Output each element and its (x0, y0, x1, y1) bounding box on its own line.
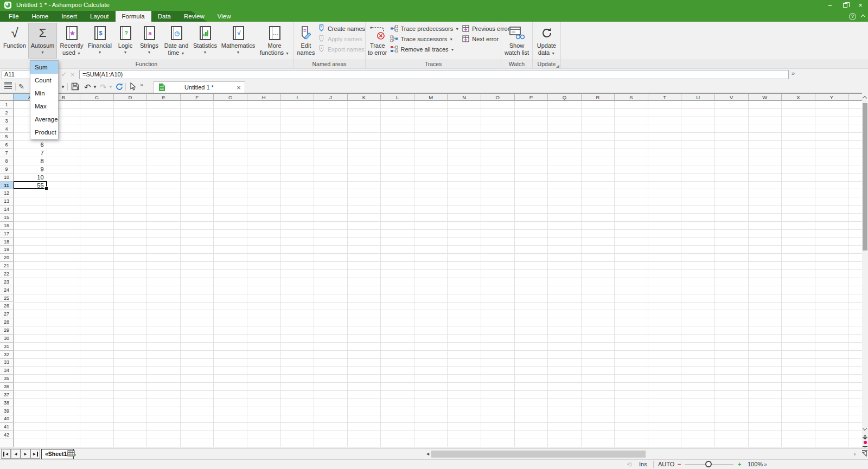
row-header-35[interactable]: 35 (0, 375, 14, 383)
row-header-8[interactable]: 8 (0, 157, 14, 165)
row-header-42[interactable]: 42 (0, 431, 14, 439)
cell-A7[interactable]: 7 (14, 149, 46, 157)
row-header-6[interactable]: 6 (0, 141, 14, 149)
column-header-q[interactable]: Q (548, 94, 582, 101)
formula-input[interactable]: =SUM(A1:A10) (79, 70, 789, 79)
row-header-27[interactable]: 27 (0, 310, 14, 318)
cell-A9[interactable]: 9 (14, 165, 46, 174)
column-header-partial[interactable] (848, 94, 863, 101)
column-header-n[interactable]: N (448, 94, 481, 101)
menu-data[interactable]: Data (151, 11, 177, 22)
undo-icon[interactable]: ↶ (84, 82, 91, 92)
previous-sheet-icon[interactable]: ◄ (11, 449, 21, 459)
redo-caret-icon[interactable]: ▼ (108, 85, 113, 89)
document-tab[interactable]: Untitled 1 * × (154, 81, 245, 93)
row-header-30[interactable]: 30 (0, 335, 14, 343)
row-header-1[interactable]: 1 (0, 101, 14, 109)
column-header-v[interactable]: V (715, 94, 749, 101)
column-header-w[interactable]: W (749, 94, 782, 101)
column-header-e[interactable]: E (147, 94, 181, 101)
row-header-21[interactable]: 21 (0, 262, 14, 270)
hamburger-menu-icon[interactable] (4, 82, 12, 89)
row-header-23[interactable]: 23 (0, 278, 14, 286)
help-icon[interactable]: ? (849, 13, 856, 20)
zoom-in-icon[interactable]: + (738, 461, 741, 467)
vertical-scrollbar-thumb[interactable] (863, 103, 867, 250)
row-header-22[interactable]: 22 (0, 270, 14, 278)
strings-button[interactable]: aStrings▼ (137, 23, 161, 59)
toolbar-caret-icon[interactable]: ▼ (61, 85, 65, 89)
row-header-26[interactable]: 26 (0, 303, 14, 311)
status-more-icon[interactable]: » (764, 461, 767, 467)
restore-button[interactable] (838, 0, 853, 11)
row-header-13[interactable]: 13 (0, 197, 14, 205)
row-header-18[interactable]: 18 (0, 238, 14, 246)
row-header-7[interactable]: 7 (0, 149, 14, 157)
row-header-2[interactable]: 2 (0, 109, 14, 117)
row-header-12[interactable]: 12 (0, 189, 14, 197)
row-header-5[interactable]: 5 (0, 133, 14, 141)
zoom-out-icon[interactable]: − (678, 461, 681, 467)
autosum-button[interactable]: ΣAutosum▼ (28, 23, 57, 59)
vertical-scrollbar[interactable] (862, 94, 868, 447)
cell-A6[interactable]: 6 (14, 141, 46, 149)
row-header-19[interactable]: 19 (0, 246, 14, 254)
formula-bar-more-icon[interactable]: » (792, 70, 795, 76)
column-header-p[interactable]: P (515, 94, 548, 101)
grid[interactable]: 1234567891055 (14, 101, 862, 447)
row-header-41[interactable]: 41 (0, 423, 14, 431)
menu-layout[interactable]: Layout (84, 11, 116, 22)
minimize-button[interactable]: – (822, 0, 838, 11)
trace-to-error-button[interactable]: Trace to error (368, 23, 387, 59)
column-header-y[interactable]: Y (815, 94, 849, 101)
column-header-m[interactable]: M (414, 94, 448, 101)
column-header-f[interactable]: F (181, 94, 214, 101)
hscroll-right-icon[interactable]: › (854, 451, 856, 457)
pointer-icon[interactable] (130, 82, 136, 91)
menu-formula[interactable]: Formula (116, 11, 151, 22)
row-header-33[interactable]: 33 (0, 359, 14, 367)
row-header-11[interactable]: 11 (0, 182, 14, 190)
redo-icon[interactable]: ↷ (100, 82, 107, 92)
function-button[interactable]: √Function (2, 23, 27, 59)
column-header-o[interactable]: O (481, 94, 515, 101)
zoom-slider-knob[interactable] (705, 461, 712, 467)
date-and-time-button[interactable]: ◷Date andtime ▼ (162, 23, 190, 59)
column-header-x[interactable]: X (782, 94, 815, 101)
undo-caret-icon[interactable]: ▼ (93, 85, 97, 89)
autosum-menu-item-min[interactable]: Min (30, 87, 58, 100)
row-header-37[interactable]: 37 (0, 391, 14, 399)
cell-A8[interactable]: 8 (14, 157, 46, 165)
column-header-i[interactable]: I (281, 94, 315, 101)
insert-mode-indicator[interactable]: Ins (639, 461, 647, 467)
cell-A10[interactable]: 10 (14, 174, 46, 182)
row-header-3[interactable]: 3 (0, 117, 14, 125)
row-header-29[interactable]: 29 (0, 326, 14, 335)
column-header-g[interactable]: G (214, 94, 247, 101)
last-sheet-icon[interactable]: ► (30, 449, 40, 459)
add-sheet-icon[interactable] (67, 450, 76, 459)
menu-review[interactable]: Review (177, 11, 211, 22)
show-watch-list-button[interactable]: Show watch list (502, 23, 532, 59)
menu-view[interactable]: View (211, 11, 238, 22)
remove-all-traces-button[interactable]: Remove all traces▼ (390, 45, 459, 54)
scroll-lock-icon[interactable] (861, 450, 868, 459)
row-header-25[interactable]: 25 (0, 294, 14, 303)
autosum-menu-item-product[interactable]: Product (30, 126, 58, 139)
scroll-up-icon[interactable] (863, 96, 867, 100)
edit-mode-icon[interactable]: ✎ (18, 82, 24, 91)
first-sheet-icon[interactable]: ◄ (1, 449, 11, 459)
row-header-17[interactable]: 17 (0, 230, 14, 238)
update-data-button[interactable]: Update data ▼ (534, 23, 560, 59)
autosum-menu-item-max[interactable]: Max (30, 100, 58, 113)
row-header-10[interactable]: 10 (0, 174, 14, 182)
row-header-38[interactable]: 38 (0, 399, 14, 407)
column-header-l[interactable]: L (381, 94, 414, 101)
more-functions-button[interactable]: …Morefunctions ▼ (258, 23, 291, 59)
column-header-j[interactable]: J (314, 94, 348, 101)
row-header-15[interactable]: 15 (0, 214, 14, 222)
calc-mode-indicator[interactable]: AUTO (658, 461, 674, 467)
row-header-36[interactable]: 36 (0, 383, 14, 391)
accept-icon[interactable]: ✓ (61, 70, 67, 78)
hscroll-left-icon[interactable]: ◄ (425, 451, 430, 457)
